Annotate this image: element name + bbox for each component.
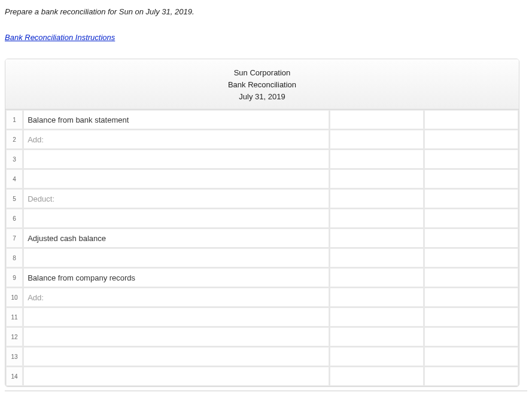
row-number: 7	[6, 229, 23, 248]
description-cell[interactable]: Add:	[23, 288, 329, 307]
amount-cell-2[interactable]	[424, 268, 518, 287]
amount-cell-2[interactable]	[424, 229, 518, 248]
table-row: 13	[6, 347, 518, 366]
amount-cell-1[interactable]	[330, 307, 424, 327]
amount-cell-2[interactable]	[424, 367, 518, 386]
table-row: 6	[6, 209, 518, 228]
table-row: 3	[6, 150, 518, 169]
amount-cell-1[interactable]	[330, 169, 424, 188]
amount-cell-1[interactable]	[330, 189, 424, 208]
description-cell[interactable]: Balance from bank statement	[23, 110, 329, 129]
row-number: 13	[6, 347, 23, 366]
row-number: 14	[6, 367, 23, 386]
table-row: 4	[6, 169, 518, 188]
table-row: 2Add:	[6, 130, 518, 149]
amount-cell-2[interactable]	[424, 288, 518, 307]
row-number: 9	[6, 268, 23, 287]
row-number: 3	[6, 150, 23, 169]
description-cell[interactable]: Deduct:	[23, 189, 329, 208]
table-row: 11	[6, 307, 518, 327]
amount-cell-2[interactable]	[424, 307, 518, 327]
company-name: Sun Corporation	[5, 68, 519, 77]
row-number: 2	[6, 130, 23, 149]
table-row: 1Balance from bank statement	[6, 110, 518, 129]
amount-cell-2[interactable]	[424, 327, 518, 346]
sheet-date: July 31, 2019	[5, 92, 519, 101]
row-number: 10	[6, 288, 23, 307]
table-row: 14	[6, 367, 518, 386]
table-row: 5Deduct:	[6, 189, 518, 208]
amount-cell-1[interactable]	[330, 327, 424, 346]
description-cell[interactable]	[23, 169, 329, 188]
sheet-header: Sun Corporation Bank Reconciliation July…	[5, 59, 519, 109]
sheet-title: Bank Reconciliation	[5, 80, 519, 89]
amount-cell-2[interactable]	[424, 150, 518, 169]
amount-cell-2[interactable]	[424, 110, 518, 129]
amount-cell-1[interactable]	[330, 229, 424, 248]
table-row: 7Adjusted cash balance	[6, 229, 518, 248]
table-row: 10Add:	[6, 288, 518, 307]
amount-cell-2[interactable]	[424, 347, 518, 366]
amount-cell-1[interactable]	[330, 248, 424, 267]
reconciliation-sheet: Sun Corporation Bank Reconciliation July…	[5, 59, 519, 387]
amount-cell-2[interactable]	[424, 169, 518, 188]
description-cell[interactable]	[23, 150, 329, 169]
row-number: 5	[6, 189, 23, 208]
amount-cell-1[interactable]	[330, 347, 424, 366]
row-number: 1	[6, 110, 23, 129]
amount-cell-1[interactable]	[330, 268, 424, 287]
description-cell[interactable]	[23, 248, 329, 267]
amount-cell-1[interactable]	[330, 288, 424, 307]
amount-cell-1[interactable]	[330, 209, 424, 228]
description-cell[interactable]: Add:	[23, 130, 329, 149]
description-cell[interactable]	[23, 209, 329, 228]
amount-cell-2[interactable]	[424, 130, 518, 149]
reconciliation-table: 1Balance from bank statement2Add:345Dedu…	[5, 109, 519, 386]
amount-cell-1[interactable]	[330, 367, 424, 386]
amount-cell-1[interactable]	[330, 110, 424, 129]
description-cell[interactable]	[23, 307, 329, 327]
row-number: 8	[6, 248, 23, 267]
instructions-link[interactable]: Bank Reconciliation Instructions	[5, 33, 115, 42]
row-number: 12	[6, 327, 23, 346]
description-cell[interactable]	[23, 327, 329, 346]
description-cell[interactable]: Balance from company records	[23, 268, 329, 287]
amount-cell-2[interactable]	[424, 248, 518, 267]
amount-cell-1[interactable]	[330, 130, 424, 149]
description-cell[interactable]	[23, 367, 329, 386]
row-number: 11	[6, 307, 23, 327]
amount-cell-2[interactable]	[424, 209, 518, 228]
row-number: 6	[6, 209, 23, 228]
amount-cell-1[interactable]	[330, 150, 424, 169]
row-number: 4	[6, 169, 23, 188]
amount-cell-2[interactable]	[424, 189, 518, 208]
table-row: 9Balance from company records	[6, 268, 518, 287]
table-row: 8	[6, 248, 518, 267]
description-cell[interactable]	[23, 347, 329, 366]
description-cell[interactable]: Adjusted cash balance	[23, 229, 329, 248]
table-row: 12	[6, 327, 518, 346]
problem-instruction: Prepare a bank reconciliation for Sun on…	[5, 7, 527, 16]
footer-divider	[5, 391, 527, 391]
